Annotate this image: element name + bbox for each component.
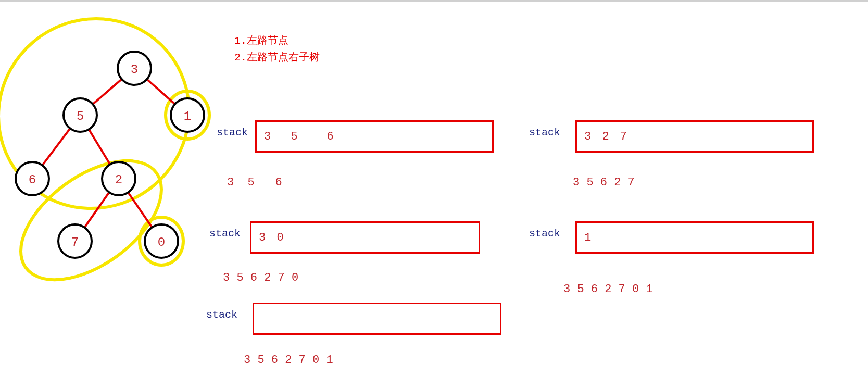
svg-text:0: 0: [158, 235, 165, 249]
tree-node-6: 6: [16, 162, 49, 195]
tree-svg: 3 5 1 6 2 7 0: [0, 2, 219, 293]
stack-box-3: 3 0: [250, 221, 480, 254]
tree-node-3: 3: [118, 52, 151, 85]
stack-content-2: 3 2 7: [584, 130, 629, 143]
stack-box-2: 3 2 7: [575, 120, 814, 153]
stack-content-4: 1: [584, 231, 593, 244]
svg-text:1: 1: [184, 109, 191, 123]
stack-content-3: 3 0: [259, 231, 286, 244]
tree-node-1: 1: [171, 98, 204, 132]
legend-line-2: 2.左路节点右子树: [234, 49, 320, 66]
tree-node-2: 2: [102, 162, 135, 195]
tree-node-5: 5: [64, 98, 97, 132]
stack-label-4: stack: [529, 228, 560, 240]
stack-label-1: stack: [217, 127, 248, 139]
stack-box-1: 3 5 6: [255, 120, 494, 153]
tree-diagram: 3 5 1 6 2 7 0: [0, 2, 219, 293]
tree-node-0: 0: [145, 224, 178, 258]
tree-node-7: 7: [58, 224, 92, 258]
stack-box-4: 1: [575, 221, 814, 254]
svg-point-2: [0, 137, 182, 293]
stack-label-5: stack: [206, 309, 237, 321]
svg-text:6: 6: [29, 173, 36, 187]
svg-text:7: 7: [71, 235, 79, 249]
stack-label-2: stack: [529, 127, 560, 139]
svg-text:3: 3: [131, 62, 138, 77]
highlight-left-path-2: [0, 137, 182, 293]
stack-output-1: 3 5 6: [227, 176, 282, 189]
stack-output-5: 3 5 6 2 7 0 1: [244, 354, 333, 367]
svg-text:2: 2: [115, 173, 122, 187]
legend-line-1: 1.左路节点: [234, 33, 320, 49]
stack-output-4: 3 5 6 2 7 0 1: [563, 283, 653, 296]
legend-text: 1.左路节点 2.左路节点右子树: [234, 33, 320, 66]
stack-content-1: 3 5 6: [264, 130, 336, 143]
svg-text:5: 5: [77, 109, 84, 123]
stack-label-3: stack: [209, 228, 241, 240]
stack-box-5: [253, 303, 501, 335]
stack-output-2: 3 5 6 2 7: [573, 176, 635, 189]
stack-output-3: 3 5 6 2 7 0: [223, 271, 298, 284]
